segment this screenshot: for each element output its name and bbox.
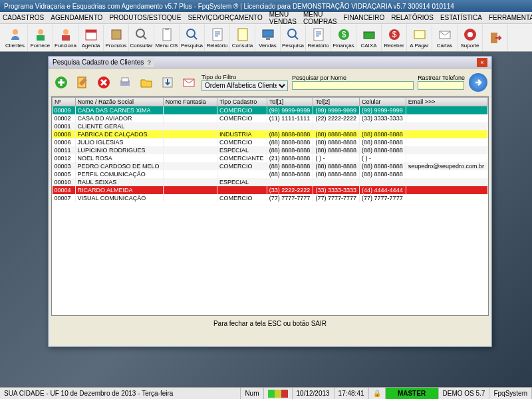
col-header[interactable]: Nome / Razão Social — [75, 98, 163, 106]
search-icon — [134, 27, 150, 43]
col-header[interactable]: Email >>> — [406, 98, 487, 106]
folder-button[interactable] — [138, 74, 155, 91]
svg-rect-13 — [213, 29, 222, 41]
window-titlebar: Pesquisa Cadastro de Clientes ? × — [49, 57, 491, 68]
menu-menu vendas[interactable]: MENU VENDAS — [269, 11, 297, 25]
filter-type-group: Tipo do Filtro Ordem Alfabetica Cliente — [201, 74, 288, 91]
menu-financeiro[interactable]: FINANCEIRO — [344, 14, 385, 21]
col-header[interactable]: Tel[1] — [267, 98, 313, 106]
toolbar-pesquisa[interactable]: Pesquisa — [281, 25, 306, 51]
receive-icon: $ — [386, 27, 402, 43]
table-row[interactable]: 00005PERFIL COMUNICAÇÃO(88) 8888-8888(88… — [53, 170, 488, 178]
magnifier-icon — [184, 27, 200, 43]
exit-icon — [487, 30, 503, 46]
toolbar-caixa[interactable]: CAIXA — [356, 25, 382, 51]
menu-agendamento[interactable]: AGENDAMENTO — [51, 14, 102, 21]
search-label: Pesquisar por Nome — [292, 74, 414, 81]
table-row[interactable]: 00002CASA DO AVIADORCOMERCIO(11) 1111-11… — [53, 114, 488, 122]
pay-icon — [412, 27, 428, 43]
table-row[interactable]: 00010RAUL SEIXASESPECIAL — [53, 178, 488, 186]
status-user: MASTER — [386, 388, 439, 399]
toolbar-receber[interactable]: $Receber — [382, 25, 407, 51]
search-window: Pesquisa Cadastro de Clientes ? × Tipo d… — [48, 56, 492, 347]
toolbar-exit[interactable] — [483, 25, 508, 51]
table-row[interactable]: 00004RICARDO ALMEIDA(33) 2222-2222(33) 3… — [53, 186, 488, 194]
svg-rect-38 — [281, 390, 288, 398]
toolbar-funciona[interactable]: Funciona — [53, 25, 78, 51]
menu-cadastros[interactable]: CADASTROS — [3, 14, 44, 21]
toolbar-clientes[interactable]: Clientes — [3, 25, 28, 51]
toolbar-menu os[interactable]: Menu OS — [154, 25, 180, 51]
toolbar-finanças[interactable]: $Finanças — [331, 25, 356, 51]
toolbar-consultar[interactable]: Consultar — [129, 25, 154, 51]
menu-bar: CADASTROSAGENDAMENTOPRODUTOS/ESTOQUESERV… — [0, 12, 532, 24]
support-icon — [462, 27, 478, 43]
svg-rect-15 — [263, 30, 273, 37]
title-bar: Programa Vidraçaria e Esquadrias com Age… — [0, 0, 532, 12]
svg-point-2 — [38, 29, 43, 35]
monitor-icon — [260, 27, 276, 43]
col-header[interactable]: Nome Fantasia — [163, 98, 217, 106]
toolbar-relatório[interactable]: Relatório — [205, 25, 230, 51]
status-indicator — [264, 388, 293, 399]
results-grid[interactable]: NºNome / Razão SocialNome FantasiaTipo C… — [51, 96, 489, 316]
col-header[interactable]: Nº — [53, 98, 76, 106]
status-brand: FpqSystem — [489, 388, 532, 399]
magnifier-icon — [285, 27, 301, 43]
menu-relatórios[interactable]: RELATÓRIOS — [391, 14, 434, 21]
calendar-icon — [83, 27, 99, 43]
status-date: 10/12/2013 — [293, 388, 334, 399]
cash-icon — [361, 27, 377, 43]
add-button[interactable] — [53, 74, 70, 91]
table-row[interactable]: 00012NOEL ROSACOMERCIANTE(21) 8888-8888(… — [53, 154, 488, 162]
menu-ferramentas[interactable]: FERRAMENTAS — [489, 14, 532, 21]
menu-estatística[interactable]: ESTATÍSTICA — [440, 14, 482, 21]
toolbar-agenda[interactable]: Agenda — [78, 25, 104, 51]
menu-serviço/orçamento[interactable]: SERVIÇO/ORÇAMENTO — [188, 14, 262, 21]
consult-icon — [235, 27, 251, 43]
svg-rect-7 — [86, 30, 96, 33]
toolbar-produtos[interactable]: Produtos — [104, 25, 129, 51]
print-button[interactable] — [116, 74, 134, 91]
svg-text:$: $ — [392, 30, 396, 39]
table-row[interactable]: 00009CADA DAS CARNES XIMACOMERCIO(99) 99… — [53, 106, 488, 114]
menu-menu compras[interactable]: MENU COMPRAS — [303, 11, 337, 25]
search-input[interactable] — [292, 81, 414, 90]
export-button[interactable] — [159, 74, 176, 91]
svg-text:$: $ — [341, 30, 346, 39]
col-header[interactable]: Celular — [360, 98, 406, 106]
phone-input[interactable] — [418, 81, 464, 90]
toolbar-fornece[interactable]: Fornece — [28, 25, 53, 51]
toolbar-suporte[interactable]: Suporte — [458, 25, 483, 51]
filter-select[interactable]: Ordem Alfabetica Cliente — [201, 80, 288, 91]
edit-button[interactable] — [74, 74, 91, 91]
close-button[interactable]: × — [477, 58, 487, 67]
svg-rect-10 — [163, 29, 171, 41]
svg-rect-5 — [62, 35, 70, 41]
window-title: Pesquisa Cadastro de Clientes — [53, 59, 144, 66]
email-button[interactable] — [180, 74, 198, 91]
col-header[interactable]: Tel[2] — [313, 98, 360, 106]
app-title: Programa Vidraçaria e Esquadrias com Age… — [4, 3, 454, 10]
table-row[interactable]: 00008FABRICA DE CALÇADOSINDUSTRIA(88) 88… — [53, 130, 488, 138]
toolbar-cartas[interactable]: Cartas — [432, 25, 458, 51]
toolbar-relatório[interactable]: Relatório — [306, 25, 331, 51]
menu-produtos/estoque[interactable]: PRODUTOS/ESTOQUE — [109, 14, 181, 21]
table-row[interactable]: 00001CLIENTE GERAL — [53, 122, 488, 130]
toolbar-pesquisa[interactable]: Pesquisa — [180, 25, 205, 51]
table-row[interactable]: 00006JULIO IGLESIASCOMERCIO(88) 8888-888… — [53, 138, 488, 146]
table-row[interactable]: 00011LUPICINIO RODRIGUESESPECIAL(88) 888… — [53, 146, 488, 154]
delete-button[interactable] — [95, 74, 112, 91]
go-button[interactable] — [469, 73, 487, 92]
help-button[interactable]: ? — [144, 58, 154, 67]
svg-rect-8 — [112, 30, 121, 39]
svg-rect-24 — [414, 31, 425, 39]
toolbar-consulta[interactable]: Consulta — [230, 25, 255, 51]
toolbar-a pagar[interactable]: A Pagar — [407, 25, 432, 51]
table-row[interactable]: 00003PEDRO CARDOSO DE MELOCOMERCIO(88) 8… — [53, 162, 488, 170]
status-time: 17:48:41 — [334, 388, 369, 399]
table-row[interactable]: 00007VISUAL COMUNICAÇÃOCOMERCIO(77) 7777… — [53, 194, 488, 202]
filter-label: Tipo do Filtro — [201, 74, 288, 80]
toolbar-vendas[interactable]: Vendas — [255, 25, 281, 51]
col-header[interactable]: Tipo Cadastro — [217, 98, 267, 106]
